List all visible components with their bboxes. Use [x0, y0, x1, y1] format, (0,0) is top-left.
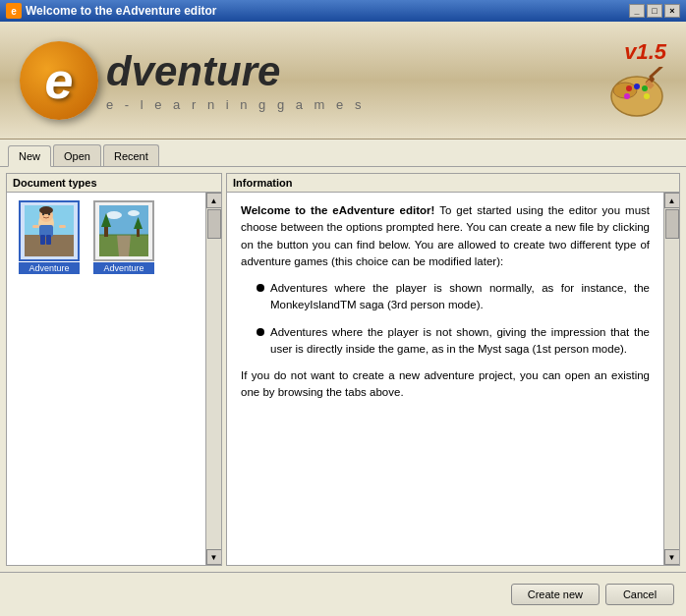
doc-label-1p: Adventure: [93, 262, 154, 274]
info-scroll-up-arrow[interactable]: ▲: [664, 193, 680, 208]
close-button[interactable]: ×: [664, 4, 680, 18]
title-bar: e Welcome to the eAdventure editor _ □ ×: [0, 0, 686, 22]
window-title: Welcome to the eAdventure editor: [26, 4, 216, 18]
footer-paragraph: If you do not want to create a new adven…: [241, 367, 650, 402]
svg-point-17: [48, 213, 50, 215]
intro-paragraph: Welcome to the eAdventure editor! To get…: [241, 202, 650, 270]
tab-open[interactable]: Open: [53, 144, 101, 166]
svg-rect-22: [59, 225, 66, 228]
left-panel-body: Adventure: [7, 193, 221, 565]
logo-right: v1.5: [607, 39, 666, 121]
left-panel-scrollbar[interactable]: ▲ ▼: [205, 193, 221, 565]
logo-version: v1.5: [624, 39, 666, 65]
left-panel: Document types: [6, 173, 222, 566]
bullet-item-2: Adventures where the player is not shown…: [257, 324, 650, 359]
logo-letter: e: [45, 51, 74, 110]
scroll-thumb[interactable]: [207, 209, 221, 239]
bullet-dot-2: [257, 328, 264, 336]
right-panel-scrollbar[interactable]: ▲ ▼: [663, 193, 679, 565]
svg-point-5: [644, 93, 650, 99]
logo-e-icon: e: [20, 41, 98, 120]
doc-icon-box-3p: [19, 200, 80, 261]
tab-recent[interactable]: Recent: [103, 144, 159, 166]
logo-main-line: dventure: [106, 48, 365, 95]
main-content: Document types: [0, 167, 686, 572]
bullet-text-1: Adventures where the player is shown nor…: [270, 280, 650, 314]
svg-point-16: [42, 213, 44, 215]
info-scroll-track[interactable]: [664, 208, 679, 549]
logo-left: e dventure e - l e a r n i n g g a m e s: [20, 41, 365, 120]
tabs-bar: New Open Recent: [0, 140, 686, 167]
info-content: Welcome to the eAdventure editor! To get…: [227, 193, 663, 565]
information-title: Information: [227, 174, 679, 193]
bottom-bar: Create new Cancel: [0, 572, 686, 616]
scroll-up-arrow[interactable]: ▲: [206, 193, 222, 208]
maximize-button[interactable]: □: [647, 4, 662, 18]
bullet-text-2: Adventures where the player is not shown…: [270, 324, 650, 359]
svg-rect-19: [40, 235, 45, 245]
tab-new[interactable]: New: [8, 145, 51, 167]
create-new-button[interactable]: Create new: [511, 584, 600, 605]
bullet-list: Adventures where the player is shown nor…: [257, 280, 650, 358]
doc-type-adventure-1p[interactable]: Adventure: [89, 200, 158, 274]
svg-rect-21: [32, 225, 39, 228]
paint-palette-icon: [607, 67, 666, 121]
doc-label-3p: Adventure: [19, 262, 80, 274]
cancel-button[interactable]: Cancel: [605, 584, 674, 605]
logo-sub-text: e - l e a r n i n g g a m e s: [106, 97, 365, 112]
svg-point-3: [634, 84, 640, 89]
right-panel-body: Welcome to the eAdventure editor! To get…: [227, 193, 679, 565]
svg-point-25: [128, 210, 140, 216]
logo-area: e dventure e - l e a r n i n g g a m e s…: [0, 22, 686, 140]
svg-point-2: [626, 85, 632, 91]
svg-rect-20: [46, 235, 51, 245]
bullet-item-1: Adventures where the player is shown nor…: [257, 280, 650, 314]
info-scroll-down-arrow[interactable]: ▼: [664, 549, 680, 565]
minimize-button[interactable]: _: [629, 4, 645, 18]
svg-point-4: [642, 85, 648, 91]
svg-line-7: [651, 67, 661, 77]
doc-types-list: Adventure: [7, 193, 205, 565]
logo-main-text: dventure: [106, 48, 280, 95]
doc-icon-box-1p: [93, 200, 154, 261]
adventure-1p-icon: [99, 205, 148, 256]
scroll-down-arrow[interactable]: ▼: [206, 549, 222, 565]
adventure-3p-icon: [25, 205, 74, 256]
svg-marker-27: [117, 235, 131, 256]
svg-point-24: [106, 211, 122, 219]
bullet-dot-1: [257, 284, 264, 292]
title-bar-controls[interactable]: _ □ ×: [629, 4, 680, 18]
doc-type-adventure-3p[interactable]: Adventure: [15, 200, 84, 274]
svg-point-6: [624, 93, 630, 99]
footer-text: If you do not want to create a new adven…: [241, 369, 650, 398]
svg-point-15: [39, 206, 53, 214]
info-scroll-thumb[interactable]: [665, 209, 679, 239]
intro-bold: Welcome to the eAdventure editor!: [241, 204, 434, 216]
title-bar-left: e Welcome to the eAdventure editor: [6, 3, 216, 19]
document-types-title: Document types: [7, 174, 221, 193]
right-panel: Information Welcome to the eAdventure ed…: [226, 173, 680, 566]
logo-text-group: dventure e - l e a r n i n g g a m e s: [106, 48, 365, 112]
app-icon: e: [6, 3, 22, 19]
scroll-track[interactable]: [206, 208, 221, 549]
